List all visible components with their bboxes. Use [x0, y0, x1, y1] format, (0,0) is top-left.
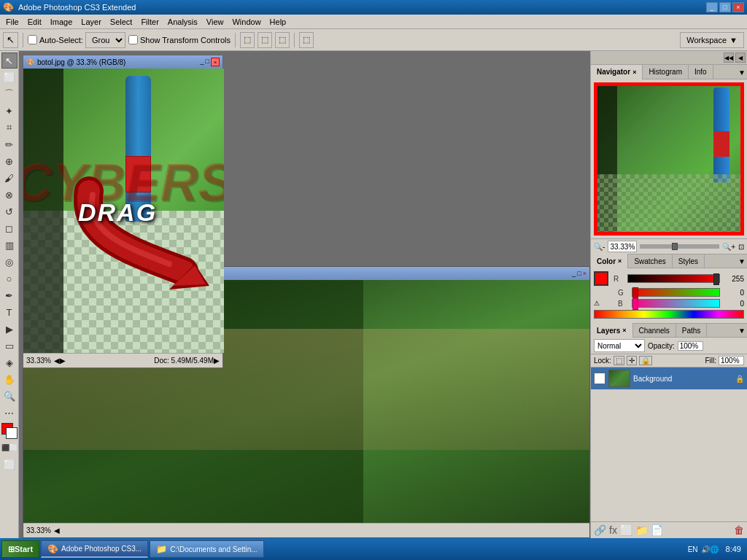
doc1-close[interactable]: × [211, 58, 220, 66]
restore-button[interactable]: □ [719, 2, 731, 12]
doc1-scroll-right[interactable]: ▶ [60, 357, 66, 365]
eyedropper-tool[interactable]: ✏ [1, 136, 18, 152]
dodge-tool[interactable]: ○ [1, 271, 18, 287]
doc1-nav-btn[interactable]: ◀ [54, 357, 60, 365]
path-selection-tool[interactable]: ▶ [1, 321, 18, 337]
tab-channels[interactable]: Channels [633, 323, 676, 338]
brush-tool[interactable]: 🖌 [1, 170, 18, 186]
align-center-btn[interactable]: ⬚ [258, 32, 272, 48]
zoom-out-btn[interactable]: 🔍- [594, 243, 605, 251]
new-group-btn[interactable]: 📁 [635, 524, 648, 536]
minimize-button[interactable]: _ [706, 2, 718, 12]
color-swatch[interactable] [1, 423, 18, 439]
tab-histogram[interactable]: Histogram [643, 65, 689, 79]
menu-view[interactable]: View [202, 16, 228, 28]
add-style-btn[interactable]: fx [609, 524, 617, 536]
align-right-btn[interactable]: ⬚ [275, 32, 290, 48]
panel-menu-btn[interactable]: ▼ [738, 69, 746, 77]
tab-layers[interactable]: Layers × [591, 323, 633, 338]
background-color[interactable] [6, 427, 18, 439]
transform-check[interactable] [128, 35, 138, 44]
doc1-minimize[interactable]: _ [201, 58, 204, 66]
opacity-input[interactable] [678, 341, 703, 351]
screen-mode-btn[interactable]: ⬜ [1, 456, 18, 472]
color-preview-box[interactable] [594, 271, 608, 286]
color-panel-menu[interactable]: ▼ [738, 257, 746, 265]
layer-item-background[interactable]: 👁 Background 🔒 [591, 368, 747, 389]
quick-mask-btn[interactable]: ⬛⬜ [1, 440, 18, 456]
lock-all-btn[interactable]: 🔒 [639, 356, 652, 365]
tab-styles[interactable]: Styles [673, 254, 705, 268]
pen-tool[interactable]: ✒ [1, 287, 18, 303]
3d-tool[interactable]: ◈ [1, 354, 18, 370]
color-spectrum[interactable] [594, 310, 744, 319]
menu-file[interactable]: File [1, 16, 23, 28]
lock-position-btn[interactable]: ✛ [627, 356, 637, 365]
doc1-titlebar[interactable]: 🎨 botol.jpg @ 33.3% (RGB/8) _ □ × [23, 55, 222, 69]
tab-color[interactable]: Color × [591, 254, 628, 268]
lock-pixels-btn[interactable]: ⬚ [614, 356, 624, 365]
taskbar-photoshop[interactable]: 🎨 Adobe Photoshop CS3... [41, 540, 148, 558]
link-layers-btn[interactable]: 🔗 [594, 524, 606, 536]
start-button[interactable]: ⊞ Start [1, 540, 39, 558]
move-tool-btn[interactable]: ↖ [3, 32, 18, 48]
add-mask-btn[interactable]: ⬜ [620, 524, 632, 536]
nav-tab-close[interactable]: × [632, 69, 636, 76]
blur-tool[interactable]: ◎ [1, 254, 18, 270]
tab-swatches[interactable]: Swatches [628, 254, 672, 268]
zoom-in-btn[interactable]: 🔍+ [722, 243, 735, 251]
doc1-maximize[interactable]: □ [206, 58, 209, 66]
doc2-close[interactable]: × [583, 270, 587, 277]
fill-input[interactable] [719, 356, 744, 365]
transform-controls-checkbox[interactable]: Show Transform Controls [128, 35, 231, 44]
menu-select[interactable]: Select [106, 16, 137, 28]
zoom-tool[interactable]: 🔍 [1, 388, 18, 404]
tab-info[interactable]: Info [689, 65, 713, 79]
layers-tab-close[interactable]: × [622, 327, 626, 334]
healing-tool[interactable]: ⊕ [1, 153, 18, 169]
menu-edit[interactable]: Edit [23, 16, 46, 28]
color-tab-close[interactable]: × [618, 257, 622, 265]
magic-wand-tool[interactable]: ✦ [1, 103, 18, 119]
menu-filter[interactable]: Filter [136, 16, 163, 28]
doc2-nav-left[interactable]: ◀ [54, 526, 60, 534]
selection-tool[interactable]: ⬜ [1, 69, 18, 85]
eraser-tool[interactable]: ◻ [1, 220, 18, 236]
zoom-fullscreen-btn[interactable]: ⊡ [738, 243, 744, 251]
shape-tool[interactable]: ▭ [1, 338, 18, 354]
doc2-minimize[interactable]: _ [572, 270, 576, 277]
tab-paths[interactable]: Paths [676, 323, 708, 338]
autoselect-check[interactable] [28, 35, 37, 44]
menu-image[interactable]: Image [46, 16, 77, 28]
b-slider[interactable] [632, 299, 720, 308]
gradient-tool[interactable]: ▥ [1, 237, 18, 253]
panel-collapse-right[interactable]: ◀ [735, 52, 746, 63]
zoom-slider[interactable] [640, 244, 719, 249]
move-tool[interactable]: ↖ [1, 52, 18, 69]
new-layer-btn[interactable]: 📄 [651, 524, 663, 536]
menu-analysis[interactable]: Analysis [163, 16, 202, 28]
distribute-btn[interactable]: ⬚ [299, 32, 314, 48]
workspace-button[interactable]: Workspace ▼ [680, 32, 744, 48]
panel-collapse-left[interactable]: ◀◀ [724, 52, 734, 63]
blend-mode-select[interactable]: Normal Multiply Screen [594, 339, 645, 352]
doc2-maximize[interactable]: □ [577, 270, 581, 277]
extra-tool[interactable]: ⋯ [1, 405, 18, 421]
autoselect-dropdown[interactable]: Group Layer [85, 32, 125, 48]
layer-visibility-toggle[interactable]: 👁 [594, 373, 605, 384]
crop-tool[interactable]: ⌗ [1, 120, 18, 136]
close-button[interactable]: × [732, 2, 744, 12]
g-slider[interactable] [632, 288, 720, 297]
history-tool[interactable]: ↺ [1, 203, 18, 219]
doc1-scroll-end[interactable]: ▶ [214, 357, 220, 365]
menu-window[interactable]: Window [228, 16, 265, 28]
r-slider[interactable] [627, 274, 720, 283]
tab-navigator[interactable]: Navigator × [591, 65, 643, 79]
align-left-btn[interactable]: ⬚ [240, 32, 255, 48]
text-tool[interactable]: T [1, 304, 18, 320]
taskbar-explorer[interactable]: 📁 C:\Documents and Settin... [150, 540, 264, 558]
autoselect-checkbox[interactable]: Auto-Select: Group Layer [28, 32, 125, 48]
hand-tool[interactable]: ✋ [1, 371, 18, 387]
menu-layer[interactable]: Layer [77, 16, 106, 28]
layers-panel-menu[interactable]: ▼ [738, 327, 746, 335]
